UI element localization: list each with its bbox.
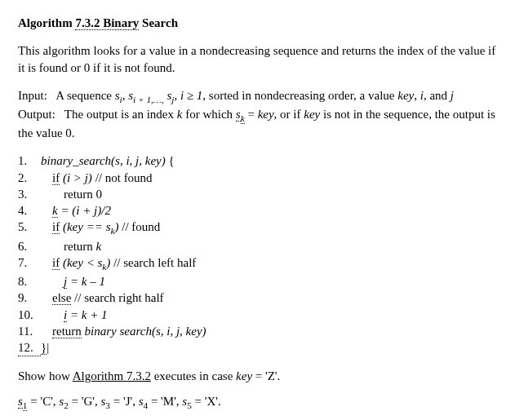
exercise-line: Show how Algorithm 7.3.2 executes in cas… bbox=[18, 368, 497, 384]
code-line-2: 2. if (i > j) // not found bbox=[18, 170, 497, 186]
code-block: 1. binary_search(s, i, j, key) { 2. if (… bbox=[18, 153, 497, 356]
code-line-8: 8. j = k – 1 bbox=[18, 273, 497, 290]
sequence-values: s1 = 'C', s2 = 'G', s3 = 'J', s4 = 'M', … bbox=[18, 393, 497, 412]
code-line-11: 11. return binary search(s, i, j, key) bbox=[18, 323, 497, 339]
code-line-5: 5. if (key == sk) // found bbox=[18, 219, 497, 237]
input-label: Input: bbox=[18, 89, 47, 102]
algorithm-title: Algorithm 7.3.2 Binary Search bbox=[18, 15, 497, 31]
input-line: Input: A sequence si, si + 1,…, sj, i ≥ … bbox=[18, 87, 497, 106]
code-line-12: 12. }| bbox=[18, 339, 497, 356]
code-line-3: 3. return 0 bbox=[18, 186, 497, 202]
output-line: Output: The output is an index k for whi… bbox=[18, 106, 497, 141]
input-output-block: Input: A sequence si, si + 1,…, sj, i ≥ … bbox=[18, 87, 497, 142]
description-paragraph: This algorithm looks for a value in a no… bbox=[18, 42, 497, 76]
title-suffix: Search bbox=[142, 16, 178, 29]
output-label: Output: bbox=[18, 108, 55, 121]
code-line-7: 7. if (key < sk) // search left half bbox=[18, 254, 497, 273]
code-line-10: 10. i = k + 1 bbox=[18, 307, 497, 323]
text-cursor: | bbox=[47, 341, 49, 354]
title-prefix: Algorithm bbox=[18, 16, 73, 29]
title-number: 7.3.2 Binary bbox=[75, 16, 139, 30]
code-line-1: 1. binary_search(s, i, j, key) { bbox=[18, 153, 497, 169]
algorithm-ref: Algorithm 7.3.2 bbox=[73, 369, 151, 382]
code-line-4: 4. k = (i + j)/2 bbox=[18, 202, 497, 219]
code-line-6: 6. return k bbox=[18, 238, 497, 254]
code-line-9: 9. else // search right half bbox=[18, 290, 497, 306]
